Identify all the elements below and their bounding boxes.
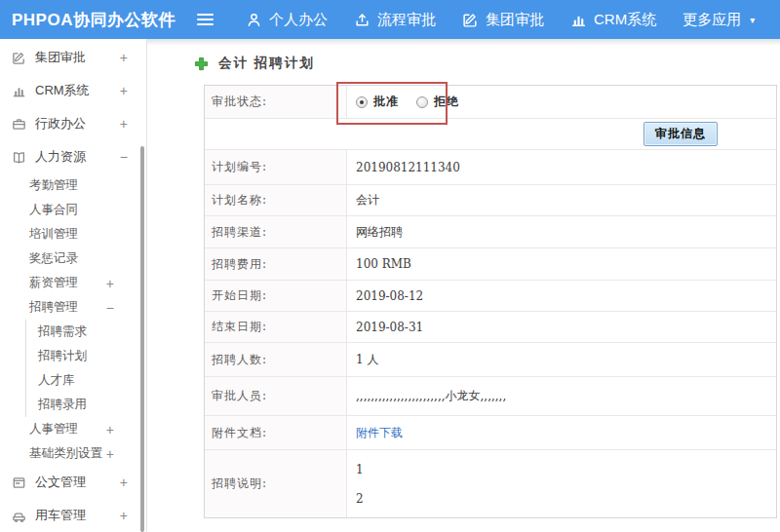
- radio-reject-label[interactable]: 拒绝: [434, 94, 459, 110]
- sidebar-item-label[interactable]: 薪资管理: [29, 275, 78, 291]
- sidebar-item-6[interactable]: 培训管理: [0, 222, 146, 247]
- field-label: 招聘渠道:: [205, 216, 347, 247]
- sidebar-item-17[interactable]: 用车管理+: [0, 499, 146, 532]
- sidebar-item-label[interactable]: 公文管理: [35, 474, 86, 491]
- sidebar: 集团审批+CRM系统+行政办公+人力资源−考勤管理人事合同培训管理奖惩记录薪资管…: [0, 39, 147, 532]
- edit-square-icon: [462, 12, 479, 28]
- chevron-down-icon[interactable]: ▾: [750, 15, 755, 25]
- table-row: 招聘渠道:网络招聘: [205, 215, 776, 247]
- sidebar-item-2[interactable]: 行政办公+: [0, 107, 146, 140]
- expand-icon[interactable]: +: [120, 508, 128, 523]
- sidebar-item-label[interactable]: 基础类别设置: [29, 445, 102, 462]
- field-label: 计划编号:: [205, 150, 347, 184]
- top-nav-item[interactable]: 个人办公: [246, 11, 328, 29]
- expand-icon[interactable]: +: [106, 276, 114, 291]
- main-content: 会计 招聘计划 审批状态: 批准 拒绝 审批信息: [147, 39, 780, 532]
- page-title: 会计 招聘计划: [218, 55, 315, 72]
- approve-radio-option[interactable]: 批准: [356, 94, 399, 110]
- sidebar-item-9[interactable]: 招聘管理−: [0, 295, 146, 320]
- sidebar-item-10[interactable]: 招聘需求: [25, 320, 146, 344]
- collapse-icon[interactable]: −: [120, 149, 128, 165]
- top-nav-item-label[interactable]: CRM系统: [594, 11, 656, 29]
- table-row: 计划名称:会计: [205, 184, 776, 215]
- sidebar-item-13[interactable]: 招聘录用: [25, 393, 146, 417]
- table-row: 附件文档:附件下载: [205, 415, 776, 449]
- sidebar-item-label[interactable]: 人才库: [38, 372, 75, 389]
- table-row: 招聘人数:1 人: [205, 342, 776, 376]
- attachment-download-link[interactable]: 附件下载: [356, 425, 403, 441]
- table-row: 开始日期:2019-08-12: [205, 280, 776, 311]
- expand-icon[interactable]: +: [106, 446, 114, 462]
- expand-icon[interactable]: +: [120, 50, 128, 65]
- field-label: 招聘说明:: [205, 450, 347, 517]
- sidebar-item-4[interactable]: 考勤管理: [0, 173, 146, 198]
- table-row: 审批人员:,,,,,,,,,,,,,,,,,,,,,,,,小龙女,,,,,,,: [205, 376, 776, 415]
- upload-icon: [354, 12, 370, 28]
- expand-icon[interactable]: +: [120, 83, 128, 98]
- sidebar-item-label[interactable]: 人事管理: [29, 421, 78, 437]
- app-logo: PHPOA协同办公软件: [0, 9, 181, 31]
- top-nav-item[interactable]: 集团审批: [462, 11, 544, 29]
- sidebar-item-7[interactable]: 奖惩记录: [0, 247, 146, 271]
- radio-reject[interactable]: [416, 96, 428, 108]
- sidebar-item-label[interactable]: 招聘需求: [38, 323, 87, 340]
- radio-approve[interactable]: [356, 96, 368, 108]
- field-value: 网络招聘: [347, 216, 776, 247]
- field-label: 结束日期:: [205, 312, 347, 342]
- top-nav-item[interactable]: CRM系统: [570, 11, 656, 29]
- reject-radio-option[interactable]: 拒绝: [416, 94, 459, 110]
- edit-square-icon: [12, 51, 26, 65]
- table-row: 计划编号:20190812111340: [205, 149, 776, 184]
- top-nav-item[interactable]: 更多应用▾: [682, 11, 755, 29]
- sidebar-item-14[interactable]: 人事管理+: [0, 417, 146, 441]
- sidebar-item-label[interactable]: CRM系统: [35, 82, 90, 99]
- sidebar-item-0[interactable]: 集团审批+: [0, 41, 146, 74]
- approval-status-options: 批准 拒绝: [356, 94, 459, 110]
- sidebar-item-16[interactable]: 公文管理+: [0, 466, 146, 499]
- top-nav-item-label[interactable]: 流程审批: [377, 11, 436, 29]
- sidebar-item-label[interactable]: 考勤管理: [29, 177, 78, 194]
- expand-icon[interactable]: +: [106, 422, 114, 437]
- topbar-shadow: [147, 39, 780, 45]
- sidebar-scrollbar[interactable]: [140, 146, 144, 532]
- sidebar-item-label[interactable]: 招聘计划: [38, 348, 87, 364]
- field-label: 招聘人数:: [205, 343, 347, 376]
- sidebar-item-12[interactable]: 人才库: [25, 368, 146, 393]
- sidebar-item-label[interactable]: 人事合同: [29, 202, 78, 218]
- sidebar-item-label[interactable]: 招聘录用: [38, 397, 87, 413]
- sidebar-item-label[interactable]: 行政办公: [35, 115, 86, 133]
- table-row: 结束日期:2019-08-31: [205, 311, 776, 342]
- sidebar-item-label[interactable]: 招聘管理: [29, 299, 78, 316]
- sidebar-item-1[interactable]: CRM系统+: [0, 74, 146, 107]
- sidebar-item-15[interactable]: 基础类别设置+: [0, 441, 146, 466]
- field-label: 开始日期:: [205, 281, 347, 311]
- sidebar-item-label[interactable]: 用车管理: [35, 507, 86, 524]
- sidebar-item-3[interactable]: 人力资源−: [0, 140, 146, 173]
- approval-info-button[interactable]: 审批信息: [644, 122, 718, 146]
- sidebar-item-5[interactable]: 人事合同: [0, 198, 146, 222]
- field-label: 计划名称:: [205, 185, 347, 215]
- table-row: 招聘说明:12: [205, 449, 776, 517]
- radio-approve-label[interactable]: 批准: [373, 94, 399, 110]
- sidebar-item-label[interactable]: 培训管理: [29, 226, 78, 243]
- collapse-icon[interactable]: −: [106, 300, 114, 316]
- add-icon[interactable]: [194, 57, 209, 71]
- sidebar-item-label[interactable]: 人力资源: [35, 148, 86, 166]
- field-value: 2019-08-12: [347, 281, 776, 311]
- sidebar-item-11[interactable]: 招聘计划: [25, 344, 146, 368]
- sidebar-item-8[interactable]: 薪资管理+: [0, 271, 146, 295]
- expand-icon[interactable]: +: [120, 475, 128, 490]
- field-value: ,,,,,,,,,,,,,,,,,,,,,,,,小龙女,,,,,,,: [347, 377, 776, 415]
- car-icon: [12, 509, 26, 523]
- top-nav-item-label[interactable]: 个人办公: [269, 11, 328, 29]
- briefcase-icon: [12, 117, 26, 132]
- hamburger-menu-icon[interactable]: [197, 14, 216, 25]
- recruit-plan-form: 审批状态: 批准 拒绝 审批信息 计划编号:20190812111340计划名称…: [204, 85, 777, 518]
- expand-icon[interactable]: +: [120, 116, 128, 132]
- top-nav-item-label[interactable]: 更多应用: [682, 11, 741, 29]
- sidebar-item-label[interactable]: 奖惩记录: [29, 250, 78, 267]
- sidebar-item-label[interactable]: 集团审批: [35, 49, 86, 66]
- top-nav-item-label[interactable]: 集团审批: [486, 11, 544, 29]
- field-label: 附件文档:: [205, 416, 347, 449]
- top-nav-item[interactable]: 流程审批: [354, 11, 436, 29]
